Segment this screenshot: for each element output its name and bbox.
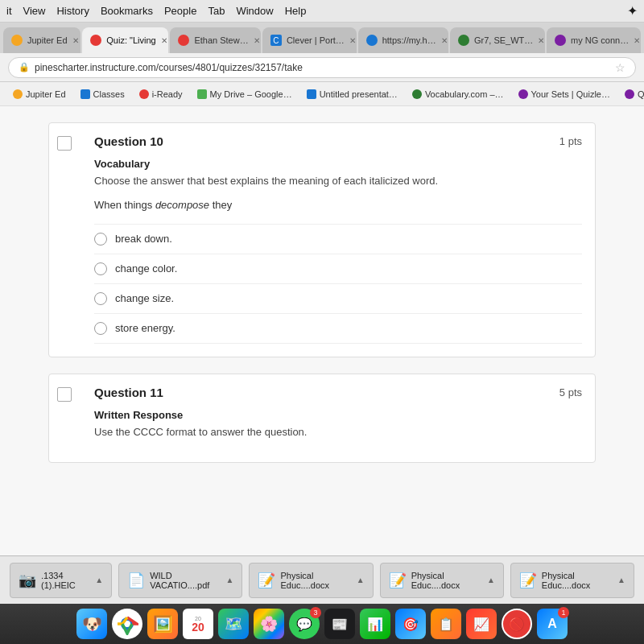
question-body-10: Question 10 1 pts Vocabulary Choose the … bbox=[81, 123, 595, 357]
question-type-10: Vocabulary bbox=[94, 158, 582, 170]
menu-item-bookmarks[interactable]: Bookmarks bbox=[101, 5, 153, 17]
dock-item-maps[interactable]: 🗺️ bbox=[218, 609, 249, 639]
bookmark-classes[interactable]: Classes bbox=[74, 85, 131, 103]
radio-b[interactable] bbox=[94, 262, 107, 275]
download-caret-docx2[interactable]: ▲ bbox=[487, 576, 495, 584]
tab-label: Gr7, SE_WT… bbox=[474, 35, 533, 45]
answer-option-a[interactable]: break down. bbox=[94, 225, 582, 254]
radio-a[interactable] bbox=[94, 233, 107, 246]
tab-label: my NG conn… bbox=[571, 35, 629, 45]
answer-option-b[interactable]: change color. bbox=[94, 254, 582, 284]
tab-close-icon[interactable]: ✕ bbox=[161, 36, 167, 45]
download-name-docx3: Physical Educ....docx bbox=[542, 571, 609, 590]
download-caret-pdf[interactable]: ▲ bbox=[226, 576, 234, 584]
dock-item-photo-library[interactable]: 🌸 bbox=[254, 609, 284, 639]
download-name-docx2: Physical Educ....docx bbox=[411, 571, 479, 590]
url-input[interactable]: 🔒 pinescharter.instructure.com/courses/4… bbox=[8, 57, 636, 78]
tab-https[interactable]: https://my.h… ✕ bbox=[358, 27, 448, 53]
file-icon-docx3: 📝 bbox=[519, 572, 537, 589]
answer-option-d[interactable]: store energy. bbox=[94, 314, 582, 344]
tab-favicon bbox=[366, 35, 378, 46]
dock-item-keynote[interactable]: 🎯 bbox=[395, 609, 426, 639]
tab-label: Quiz: "Living bbox=[106, 35, 155, 45]
bookmark-iready[interactable]: i-Ready bbox=[133, 85, 189, 103]
bookmark-quizlet-sets[interactable]: Your Sets | Quizle… bbox=[512, 85, 617, 103]
dock-item-slides[interactable]: 📋 bbox=[431, 609, 461, 639]
tab-close-icon[interactable]: ✕ bbox=[538, 36, 544, 45]
tab-quiz[interactable]: Quiz: "Living ✕ bbox=[82, 27, 168, 53]
dock-item-chrome[interactable] bbox=[112, 609, 142, 639]
bluetooth-icon: ✦ bbox=[627, 3, 638, 19]
tab-close-icon[interactable]: ✕ bbox=[634, 36, 640, 45]
tab-close-icon[interactable]: ✕ bbox=[349, 36, 356, 45]
menu-item-view[interactable]: View bbox=[23, 5, 46, 17]
tab-close-icon[interactable]: ✕ bbox=[254, 36, 260, 45]
dock-item-photos[interactable]: 🖼️ bbox=[147, 609, 178, 639]
tab-favicon bbox=[555, 35, 566, 46]
dock: 🐶 🖼️ 20 20 🗺️ 🌸 💬 3 📰 📊 🎯 📋 📈 🚫 A 1 bbox=[0, 604, 644, 644]
download-name-docx1: Physical Educ....docx bbox=[280, 571, 348, 590]
tab-label: Ethan Stew… bbox=[194, 35, 248, 45]
dock-item-finder[interactable]: 🐶 bbox=[76, 609, 107, 639]
tab-favicon bbox=[178, 35, 189, 46]
download-name-heic: .1334 (1).HEIC bbox=[41, 571, 87, 590]
download-caret-docx1[interactable]: ▲ bbox=[357, 576, 365, 584]
bookmark-icon bbox=[139, 89, 149, 99]
tab-favicon bbox=[90, 35, 101, 46]
dock-item-noentry[interactable]: 🚫 bbox=[502, 609, 532, 639]
tab-label: Clever | Port… bbox=[287, 35, 345, 45]
question-title-11: Question 11 bbox=[94, 386, 163, 399]
tab-close-icon[interactable]: ✕ bbox=[72, 36, 79, 45]
menu-item-help[interactable]: Help bbox=[285, 5, 307, 17]
dock-item-news[interactable]: 📰 bbox=[324, 609, 355, 639]
tab-ethan[interactable]: Ethan Stew… ✕ bbox=[170, 27, 261, 53]
dock-item-messages[interactable]: 💬 3 bbox=[289, 609, 320, 639]
bookmark-label: Quizlet Live bbox=[638, 89, 644, 99]
download-docx1[interactable]: 📝 Physical Educ....docx ▲ bbox=[249, 563, 373, 598]
download-heic[interactable]: 📷 .1334 (1).HEIC ▲ bbox=[10, 563, 112, 598]
tab-jupiter-ed[interactable]: Jupiter Ed ✕ bbox=[3, 27, 80, 53]
menu-item-people[interactable]: People bbox=[164, 5, 196, 17]
flag-checkbox-10[interactable] bbox=[57, 136, 72, 151]
bookmark-drive[interactable]: My Drive – Google… bbox=[191, 85, 299, 103]
tab-close-icon[interactable]: ✕ bbox=[441, 36, 448, 45]
dock-item-appstore[interactable]: A 1 bbox=[537, 609, 568, 639]
url-text: pinescharter.instructure.com/courses/480… bbox=[35, 62, 303, 73]
bookmark-icon bbox=[625, 89, 634, 99]
download-pdf[interactable]: 📄 WILD VACATIO....pdf ▲ bbox=[118, 563, 242, 598]
bookmark-jupiter-ed[interactable]: Jupiter Ed bbox=[6, 85, 72, 103]
dock-item-bars[interactable]: 📈 bbox=[466, 609, 497, 639]
bookmark-vocabulary[interactable]: Vocabulary.com –… bbox=[406, 85, 510, 103]
question-header-10: Question 10 1 pts bbox=[94, 134, 582, 148]
tab-ng[interactable]: my NG conn… ✕ bbox=[547, 27, 641, 53]
tab-label: https://my.h… bbox=[382, 35, 436, 45]
menu-item-tab[interactable]: Tab bbox=[208, 5, 225, 17]
option-text-c: change size. bbox=[115, 292, 174, 304]
download-docx2[interactable]: 📝 Physical Educ....docx ▲ bbox=[380, 563, 504, 598]
bookmark-label: Vocabulary.com –… bbox=[425, 89, 504, 99]
bookmark-label: Your Sets | Quizle… bbox=[531, 89, 610, 99]
download-caret-heic[interactable]: ▲ bbox=[95, 576, 103, 584]
tab-favicon bbox=[11, 35, 23, 46]
menu-item-edit[interactable]: it bbox=[6, 5, 12, 17]
menu-item-history[interactable]: History bbox=[56, 5, 89, 17]
bookmark-star-icon[interactable]: ☆ bbox=[615, 61, 625, 74]
radio-c[interactable] bbox=[94, 292, 107, 305]
download-caret-docx3[interactable]: ▲ bbox=[617, 576, 625, 584]
answer-options-10: break down. change color. change size. s… bbox=[94, 224, 582, 344]
tab-gr7[interactable]: Gr7, SE_WT… ✕ bbox=[450, 27, 545, 53]
menu-item-window[interactable]: Window bbox=[236, 5, 273, 17]
bookmark-presentation[interactable]: Untitled presentat… bbox=[300, 85, 404, 103]
download-docx3[interactable]: 📝 Physical Educ....docx ▲ bbox=[510, 563, 634, 598]
bookmark-label: Untitled presentat… bbox=[320, 89, 398, 99]
dock-item-calendar[interactable]: 20 20 bbox=[183, 609, 213, 639]
tab-label: Jupiter Ed bbox=[27, 35, 68, 45]
option-text-b: change color. bbox=[115, 262, 177, 275]
tab-bar: Jupiter Ed ✕ Quiz: "Living ✕ Ethan Stew…… bbox=[0, 23, 644, 53]
answer-option-c[interactable]: change size. bbox=[94, 284, 582, 314]
bookmark-quizlet-live[interactable]: Quizlet Live bbox=[618, 85, 644, 103]
tab-clever[interactable]: C Clever | Port… ✕ bbox=[262, 27, 357, 53]
dock-item-numbers[interactable]: 📊 bbox=[360, 609, 390, 639]
flag-checkbox-11[interactable] bbox=[57, 387, 72, 402]
radio-d[interactable] bbox=[94, 322, 107, 335]
